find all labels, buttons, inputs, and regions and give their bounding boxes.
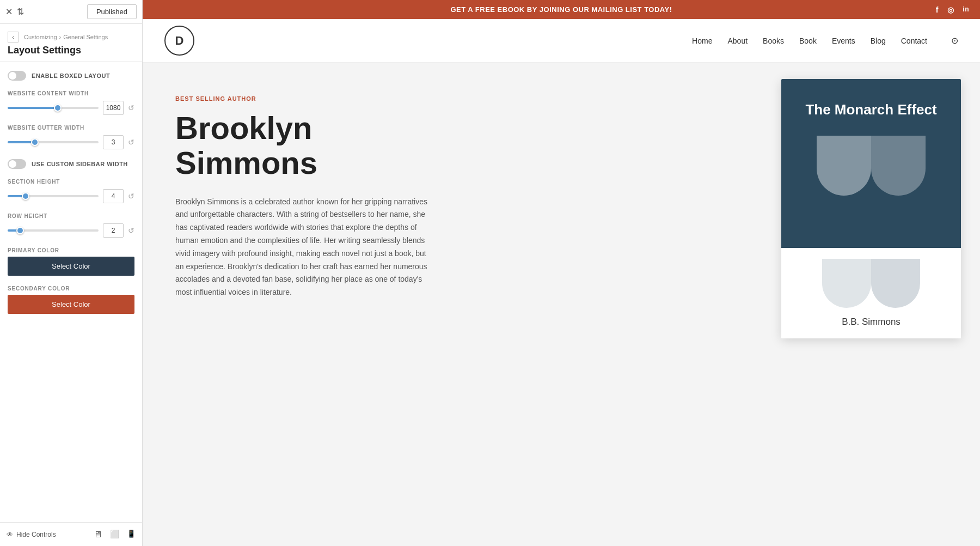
banner-text: GET A FREE EBOOK BY JOINING OUR MAILING … (450, 5, 672, 14)
enable-boxed-layout-label: ENABLE BOXED LAYOUT (32, 72, 110, 79)
page-title: Layout Settings (8, 45, 134, 56)
website-gutter-width-value[interactable]: 3 (103, 135, 124, 149)
book-card-top: The Monarch Effect (781, 79, 961, 248)
section-height-slider-row: 4 ↺ (8, 189, 134, 203)
site-banner: GET A FREE EBOOK BY JOINING OUR MAILING … (143, 0, 980, 19)
nav-about[interactable]: About (727, 37, 748, 45)
eye-icon: 👁 (7, 531, 13, 538)
nav-contact[interactable]: Contact (901, 37, 927, 45)
secondary-color-label: SECONDARY COLOR (8, 286, 134, 292)
breadcrumb-parent: Customizing (24, 34, 57, 40)
site-nav: D Home About Books Book Events Blog Cont… (143, 19, 980, 63)
settings-panel: ENABLE BOXED LAYOUT WEBSITE CONTENT WIDT… (0, 62, 142, 522)
breadcrumb-area: ‹ Customizing › General Settings Layout … (0, 24, 142, 62)
section-height-value[interactable]: 4 (103, 189, 124, 203)
website-content-width-group: WEBSITE CONTENT WIDTH 1080 ↺ (8, 90, 134, 115)
book-art (798, 136, 945, 196)
website-gutter-width-slider-row: 3 ↺ (8, 135, 134, 149)
updown-icon[interactable]: ⇅ (17, 7, 24, 17)
website-gutter-width-thumb[interactable] (31, 138, 39, 146)
use-custom-sidebar-width-row: USE CUSTOM SIDEBAR WIDTH (8, 159, 134, 169)
website-gutter-width-group: WEBSITE GUTTER WIDTH 3 ↺ (8, 125, 134, 149)
row-height-track[interactable] (8, 229, 99, 232)
tablet-icon[interactable]: ⬜ (110, 530, 119, 539)
website-content-width-label: WEBSITE CONTENT WIDTH (8, 90, 134, 96)
book-bottom-shape-left (822, 259, 871, 308)
nav-books[interactable]: Books (763, 37, 784, 45)
breadcrumb-separator: › (59, 34, 62, 40)
website-content-width-reset[interactable]: ↺ (128, 104, 134, 112)
enable-boxed-layout-row: ENABLE BOXED LAYOUT (8, 71, 134, 81)
site-content: BEST SELLING AUTHOR Brooklyn Simmons Bro… (143, 63, 980, 546)
row-height-slider-row: 2 ↺ (8, 223, 134, 238)
book-shape-right (871, 136, 926, 196)
nav-home[interactable]: Home (692, 37, 712, 45)
published-button[interactable]: Published (87, 4, 137, 19)
website-gutter-width-reset[interactable]: ↺ (128, 138, 134, 147)
website-content-width-slider-row: 1080 ↺ (8, 101, 134, 115)
nav-search-icon[interactable]: ⊙ (951, 35, 958, 46)
primary-color-label: PRIMARY COLOR (8, 247, 134, 253)
secondary-color-group: SECONDARY COLOR Select Color (8, 286, 134, 314)
book-bottom-shape-right (871, 259, 920, 308)
nav-blog[interactable]: Blog (871, 37, 886, 45)
nav-events[interactable]: Events (832, 37, 855, 45)
section-height-label: SECTION HEIGHT (8, 179, 134, 185)
website-content-width-value[interactable]: 1080 (103, 101, 124, 115)
secondary-color-button[interactable]: Select Color (8, 295, 134, 314)
primary-color-button[interactable]: Select Color (8, 257, 134, 276)
hide-controls-button[interactable]: 👁 Hide Controls (7, 531, 56, 538)
preview-area: GET A FREE EBOOK BY JOINING OUR MAILING … (143, 0, 980, 546)
book-shape-left (817, 136, 871, 196)
use-custom-sidebar-width-toggle[interactable] (8, 159, 26, 169)
hide-controls-label: Hide Controls (16, 531, 56, 538)
website-gutter-width-track[interactable] (8, 141, 99, 143)
website-gutter-width-label: WEBSITE GUTTER WIDTH (8, 125, 134, 131)
close-icon[interactable]: ✕ (5, 7, 13, 17)
section-height-track[interactable] (8, 195, 99, 197)
instagram-icon[interactable]: ◎ (947, 5, 954, 14)
website-content-width-thumb[interactable] (54, 104, 62, 112)
website-content-width-track[interactable] (8, 107, 99, 109)
desktop-icon[interactable]: 🖥 (94, 530, 102, 539)
section-height-group: SECTION HEIGHT 4 ↺ (8, 179, 134, 203)
book-author: B.B. Simmons (798, 317, 945, 327)
linkedin-icon[interactable]: in (963, 5, 969, 14)
site-nav-links: Home About Books Book Events Blog Contac… (692, 35, 958, 46)
enable-boxed-layout-toggle[interactable] (8, 71, 26, 81)
left-panel: ✕ ⇅ Published ‹ Customizing › General Se… (0, 0, 143, 546)
breadcrumb: ‹ Customizing › General Settings (8, 32, 134, 43)
row-height-group: ROW HEIGHT 2 ↺ (8, 213, 134, 238)
row-height-thumb[interactable] (16, 227, 24, 234)
banner-social: f ◎ in (936, 5, 969, 14)
book-bottom-art (798, 259, 945, 308)
book-card-area: The Monarch Effect B.B. Simmons (779, 63, 980, 546)
use-custom-sidebar-width-label: USE CUSTOM SIDEBAR WIDTH (32, 161, 128, 167)
content-main: BEST SELLING AUTHOR Brooklyn Simmons Bro… (143, 63, 779, 546)
row-height-reset[interactable]: ↺ (128, 226, 134, 235)
bottom-icons: 🖥 ⬜ 📱 (94, 530, 136, 539)
row-height-label: ROW HEIGHT (8, 213, 134, 219)
top-bar: ✕ ⇅ Published (0, 0, 142, 24)
nav-book[interactable]: Book (799, 37, 817, 45)
book-card: The Monarch Effect B.B. Simmons (781, 79, 961, 338)
facebook-icon[interactable]: f (936, 5, 939, 14)
back-button[interactable]: ‹ (8, 32, 19, 43)
bottom-bar: 👁 Hide Controls 🖥 ⬜ 📱 (0, 522, 142, 546)
book-title: The Monarch Effect (798, 101, 945, 119)
best-selling-label: BEST SELLING AUTHOR (175, 95, 746, 102)
author-bio: Brooklyn Simmons is a celebrated author … (175, 196, 437, 299)
book-card-bottom: B.B. Simmons (781, 248, 961, 338)
mobile-icon[interactable]: 📱 (127, 530, 136, 539)
site-logo: D (164, 26, 194, 56)
section-height-reset[interactable]: ↺ (128, 192, 134, 201)
breadcrumb-child: General Settings (63, 34, 108, 40)
row-height-value[interactable]: 2 (103, 223, 124, 238)
section-height-thumb[interactable] (22, 192, 29, 200)
primary-color-group: PRIMARY COLOR Select Color (8, 247, 134, 276)
author-name: Brooklyn Simmons (175, 111, 404, 180)
